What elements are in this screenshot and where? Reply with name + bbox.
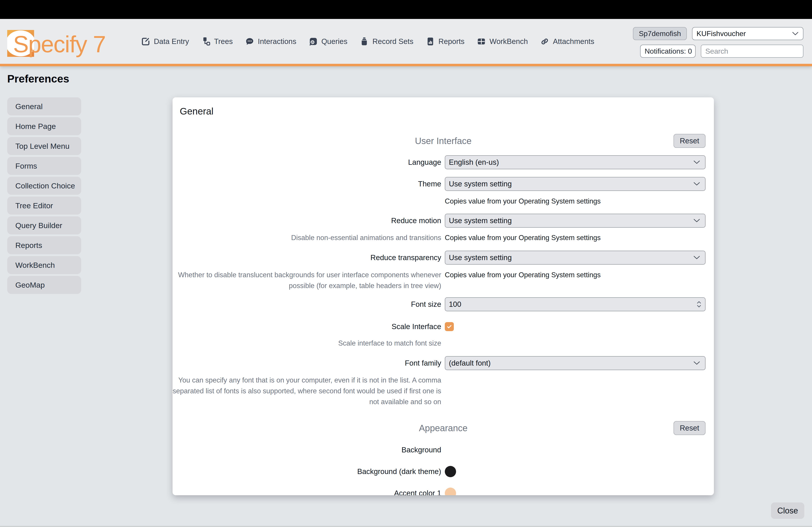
reduce-motion-select[interactable]: Use system setting: [445, 214, 706, 228]
reset-button-appearance[interactable]: Reset: [673, 421, 706, 435]
field-description: You can specify any font that is on your…: [173, 375, 441, 407]
nav-item-attachments[interactable]: Attachments: [540, 37, 594, 46]
search-input[interactable]: [701, 45, 803, 58]
row-background-color: Background: [173, 444, 714, 455]
field-description: Whether to disable translucent backgroun…: [173, 270, 441, 291]
sidebar-item-workbench[interactable]: WorkBench: [7, 256, 81, 274]
spinner-arrows-icon: [697, 300, 701, 308]
font-family-select[interactable]: (default font): [445, 356, 706, 370]
nav-item-trees[interactable]: Trees: [201, 37, 233, 46]
reset-button-user-interface[interactable]: Reset: [673, 134, 706, 148]
field-label: Theme: [173, 180, 441, 188]
field-label: Background (dark theme): [173, 467, 441, 476]
chevron-down-icon: [792, 32, 798, 35]
preferences-sidebar: General Home Page Top Level Menu Forms C…: [7, 97, 81, 294]
nav-item-workbench[interactable]: WorkBench: [477, 37, 528, 46]
nav-item-record-sets[interactable]: Record Sets: [360, 37, 414, 46]
field-description: Disable non-essential animations and tra…: [173, 232, 441, 243]
checkmark-icon: [446, 324, 452, 330]
background-dark-color-swatch[interactable]: [445, 466, 456, 477]
field-label: Font size: [173, 300, 441, 308]
font-size-input[interactable]: 100: [445, 297, 706, 311]
select-value: Use system setting: [449, 180, 512, 188]
row-reduce-transparency: Reduce transparency Use system setting: [173, 251, 714, 265]
notifications-button[interactable]: Notifications: 0: [640, 45, 696, 58]
background-color-swatch[interactable]: [445, 444, 456, 455]
reduce-transparency-select[interactable]: Use system setting: [445, 251, 706, 265]
magnifier-document-icon: [308, 37, 318, 46]
field-label: Reduce transparency: [173, 253, 441, 262]
nav-item-queries[interactable]: Queries: [308, 37, 348, 46]
nav-label: Queries: [321, 37, 348, 46]
record-set-icon: [360, 37, 369, 46]
sidebar-item-general[interactable]: General: [7, 97, 81, 116]
field-label: Accent color 1: [173, 489, 441, 495]
row-background-dark-color: Background (dark theme): [173, 466, 714, 477]
main-nav: Data Entry Trees Interactions: [141, 19, 594, 64]
select-value: Use system setting: [449, 253, 512, 262]
note-row-reduce-transparency: Whether to disable translucent backgroun…: [173, 270, 714, 291]
sidebar-item-collection-choice[interactable]: Collection Choice: [7, 177, 81, 195]
nav-item-reports[interactable]: Reports: [426, 37, 465, 46]
note-row-font-family: You can specify any font that is on your…: [173, 375, 714, 407]
close-button[interactable]: Close: [771, 502, 804, 519]
section-title: User Interface: [173, 134, 714, 148]
sidebar-item-forms[interactable]: Forms: [7, 157, 81, 175]
sidebar-item-query-builder[interactable]: Query Builder: [7, 216, 81, 235]
row-language: Language English (en-us): [173, 155, 714, 169]
section-header-appearance: Appearance Reset: [173, 421, 714, 435]
sidebar-item-top-level-menu[interactable]: Top Level Menu: [7, 137, 81, 155]
nav-label: WorkBench: [490, 37, 528, 46]
select-value: Use system setting: [449, 216, 512, 225]
chat-bubble-icon: [245, 37, 255, 46]
scale-interface-checkbox[interactable]: [445, 322, 454, 331]
window-top-bar: [0, 0, 812, 19]
header-right-cluster: Sp7demofish KUFishvoucher Notifications:…: [623, 19, 803, 64]
link-icon: [540, 37, 549, 46]
note-row-scale-interface: Scale interface to match font size: [173, 338, 714, 349]
report-chart-icon: [426, 37, 435, 46]
note-row-theme: Copies value from your Operating System …: [173, 196, 714, 207]
chevron-down-icon: [693, 160, 700, 164]
pencil-square-icon: [141, 37, 150, 46]
row-font-family: Font family (default font): [173, 356, 714, 370]
nav-label: Attachments: [553, 37, 594, 46]
field-label: Language: [173, 158, 441, 167]
sidebar-item-tree-editor[interactable]: Tree Editor: [7, 197, 81, 215]
sidebar-item-home-page[interactable]: Home Page: [7, 117, 81, 135]
accent-color-1-swatch[interactable]: [445, 487, 456, 495]
field-label: Scale Interface: [173, 322, 441, 331]
sidebar-item-geomap[interactable]: GeoMap: [7, 276, 81, 294]
select-value: (default font): [449, 359, 491, 367]
page-title: Preferences: [7, 73, 69, 85]
collection-select[interactable]: KUFishvoucher: [692, 27, 803, 40]
field-label: Font family: [173, 359, 441, 367]
row-scale-interface: Scale Interface: [173, 322, 714, 331]
os-copy-note: Copies value from your Operating System …: [445, 270, 706, 281]
sidebar-item-reports[interactable]: Reports: [7, 236, 81, 254]
row-theme: Theme Use system setting: [173, 177, 714, 191]
language-select[interactable]: English (en-us): [445, 155, 706, 169]
chevron-down-icon: [693, 256, 700, 260]
nav-label: Record Sets: [372, 37, 414, 46]
collection-select-value: KUFishvoucher: [697, 30, 746, 38]
tree-nodes-icon: [201, 37, 211, 46]
current-user-button[interactable]: Sp7demofish: [633, 27, 687, 40]
window-bottom-edge: [0, 526, 812, 527]
field-description: Scale interface to match font size: [173, 338, 441, 349]
theme-select[interactable]: Use system setting: [445, 177, 706, 191]
chevron-down-icon: [693, 219, 700, 223]
nav-label: Trees: [214, 37, 233, 46]
row-font-size: Font size 100: [173, 297, 714, 311]
chevron-down-icon: [693, 182, 700, 186]
os-copy-note: Copies value from your Operating System …: [445, 232, 706, 243]
nav-item-data-entry[interactable]: Data Entry: [141, 37, 189, 46]
select-value: English (en-us): [449, 158, 499, 167]
section-header-user-interface: User Interface Reset: [173, 134, 714, 148]
nav-item-interactions[interactable]: Interactions: [245, 37, 296, 46]
brand-wordmark: Specify 7: [13, 32, 105, 56]
preferences-panel: General User Interface Reset Language En…: [173, 97, 714, 495]
chevron-down-icon: [693, 361, 700, 365]
section-title: Appearance: [173, 421, 714, 435]
nav-label: Interactions: [258, 37, 296, 46]
